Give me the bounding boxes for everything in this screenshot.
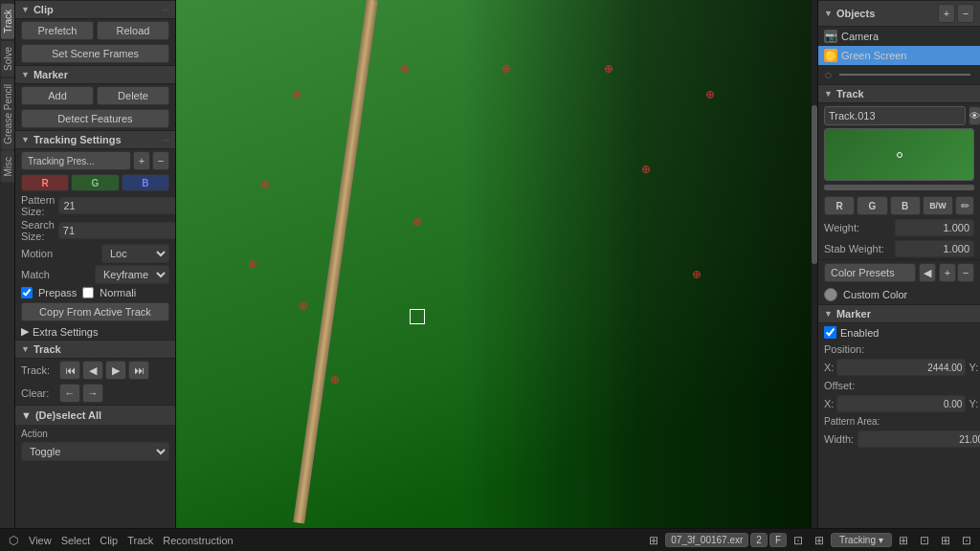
marker-section-header[interactable]: ▼ Marker — [15, 65, 175, 84]
normalize-checkbox[interactable] — [82, 287, 94, 298]
track-to-end-button[interactable]: ⏭ — [128, 361, 149, 380]
oy-label: Y: — [969, 398, 978, 409]
tab-misc[interactable]: Misc — [1, 151, 14, 183]
camera-label: Camera — [841, 31, 879, 42]
green-channel-button[interactable]: G — [71, 174, 119, 191]
status-icon-2[interactable]: ⊡ — [789, 531, 808, 550]
track-panel-header[interactable]: ▼ Track — [818, 84, 980, 103]
status-track[interactable]: Track — [123, 535, 157, 546]
right-scroll[interactable] — [812, 0, 817, 528]
red-channel-button[interactable]: R — [21, 174, 69, 191]
tab-track[interactable]: Track — [1, 4, 14, 39]
color-presets-arrow[interactable]: ◀ — [919, 263, 936, 282]
blue-channel-button[interactable]: B — [122, 174, 169, 191]
weight-value[interactable]: 1.000 — [895, 219, 974, 236]
track-back-button[interactable]: ◀ — [82, 361, 103, 380]
status-icon-6[interactable]: ⊞ — [936, 531, 955, 550]
object-green-screen[interactable]: 🟡 Green Screen — [818, 46, 980, 65]
status-filename[interactable]: 07_3f_00167.exr — [665, 533, 748, 547]
pattern-size-input[interactable] — [58, 197, 176, 214]
deselect-title: (De)select All — [35, 409, 101, 421]
color-presets-plusminus: + − — [939, 263, 974, 282]
enabled-checkbox[interactable] — [824, 326, 836, 339]
y-coord-label: Y: — [969, 362, 978, 373]
rgb-row: R G B — [15, 172, 175, 193]
status-frame-number[interactable]: 2 — [750, 533, 768, 547]
prefetch-button[interactable]: Prefetch — [21, 21, 94, 40]
search-size-row: Search Size: — [15, 218, 175, 243]
clear-back-button[interactable]: ← — [59, 384, 80, 403]
search-size-input[interactable] — [58, 222, 176, 239]
status-frame-type[interactable]: F — [769, 533, 787, 547]
tab-grease-pencil[interactable]: Grease Pencil — [1, 78, 14, 150]
status-icon-3[interactable]: ⊞ — [810, 531, 829, 550]
track-dot-7 — [642, 165, 650, 173]
track-forward-button[interactable]: ▶ — [105, 361, 126, 380]
x-position-input[interactable] — [836, 359, 966, 376]
track-eye-button[interactable]: 👁 — [969, 106, 980, 125]
track-to-start-button[interactable]: ⏮ — [59, 361, 80, 380]
ox-input[interactable] — [836, 395, 966, 412]
objects-remove-button[interactable]: − — [957, 4, 974, 23]
width-input[interactable] — [858, 430, 980, 448]
right-marker-header[interactable]: ▼ Marker — [818, 304, 980, 323]
clip-title: Clip — [33, 4, 162, 15]
action-select[interactable]: Toggle — [21, 442, 169, 461]
delete-marker-button[interactable]: Delete — [97, 86, 169, 105]
tracking-presets-select[interactable]: Tracking Pres... — [21, 151, 131, 170]
set-scene-frames-button[interactable]: Set Scene Frames — [21, 44, 169, 63]
motion-row: Motion Loc — [15, 243, 175, 264]
prepass-checkbox[interactable] — [21, 287, 33, 298]
custom-color-swatch[interactable] — [824, 288, 837, 301]
weight-row: Weight: 1.000 — [818, 217, 980, 238]
object-camera[interactable]: 📷 Camera — [818, 27, 980, 46]
deselect-section-header[interactable]: ▼ (De)select All — [15, 405, 175, 425]
color-presets-remove-button[interactable]: − — [957, 263, 974, 282]
channel-bw-button[interactable]: B/W — [923, 196, 953, 215]
stab-weight-value[interactable]: 1.000 — [895, 240, 974, 257]
track-name-row: 👁 🔒 — [818, 103, 980, 128]
status-select[interactable]: Select — [57, 535, 95, 546]
prepass-label: Prepass — [38, 287, 77, 298]
pattern-area-row: Pattern Area: — [818, 414, 980, 429]
channel-g-button[interactable]: G — [857, 196, 887, 215]
status-icon-1[interactable]: ⊞ — [644, 531, 663, 550]
objects-triangle: ▼ — [824, 9, 833, 18]
detect-features-button[interactable]: Detect Features — [21, 109, 169, 128]
status-icon-5[interactable]: ⊡ — [915, 531, 934, 550]
add-marker-button[interactable]: Add — [21, 86, 94, 105]
track-dot-12 — [249, 260, 256, 268]
status-bar: ⬡ View Select Clip Track Reconstruction … — [0, 528, 980, 551]
enabled-row: Enabled — [818, 323, 980, 342]
track-name-input[interactable] — [824, 106, 966, 125]
copy-from-active-track-button[interactable]: Copy From Active Track — [21, 302, 169, 321]
channel-b-button[interactable]: B — [890, 196, 921, 215]
viewport[interactable] — [176, 0, 812, 528]
status-clip[interactable]: Clip — [96, 535, 122, 546]
color-presets-select[interactable]: Color Presets — [824, 263, 916, 282]
pencil-button[interactable]: ✏ — [955, 196, 974, 215]
track-nav-section-header[interactable]: ▼ Track — [15, 340, 175, 359]
tab-solve[interactable]: Solve — [1, 41, 14, 77]
clip-section-header[interactable]: ▼ Clip ··· — [15, 0, 175, 19]
status-reconstruction[interactable]: Reconstruction — [159, 535, 236, 546]
tracking-title: Tracking Settings — [33, 134, 162, 145]
objects-section-header[interactable]: ▼ Objects + − — [818, 0, 980, 27]
status-icon-7[interactable]: ⊡ — [957, 531, 976, 550]
match-select[interactable]: Keyframe — [95, 265, 169, 284]
presets-add-button[interactable]: + — [133, 151, 150, 170]
channel-r-button[interactable]: R — [824, 196, 855, 215]
tracking-settings-header[interactable]: ▼ Tracking Settings ··· — [15, 130, 175, 149]
status-tracking-dropdown[interactable]: Tracking ▾ — [831, 533, 892, 547]
selected-marker — [410, 309, 425, 324]
status-icon-4[interactable]: ⊞ — [894, 531, 913, 550]
track-dot-4 — [605, 65, 612, 73]
motion-select[interactable]: Loc — [101, 244, 169, 263]
color-presets-add-button[interactable]: + — [939, 263, 956, 282]
status-view[interactable]: View — [25, 535, 56, 546]
objects-add-button[interactable]: + — [938, 4, 955, 23]
presets-remove-button[interactable]: − — [152, 151, 169, 170]
status-blender-icon[interactable]: ⬡ — [4, 531, 23, 550]
clear-forward-button[interactable]: → — [82, 384, 103, 403]
reload-button[interactable]: Reload — [97, 21, 169, 40]
